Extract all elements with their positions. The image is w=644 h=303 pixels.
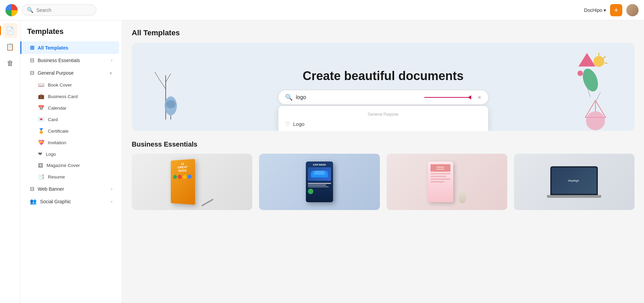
resume-label: Resume — [48, 174, 65, 179]
logo-label: Logo — [46, 152, 56, 157]
svg-line-3 — [155, 72, 159, 79]
chevron-right-icon: › — [111, 58, 112, 63]
search-icon: 🔍 — [27, 7, 34, 13]
chevron-down-icon: ∨ — [109, 71, 112, 75]
brand-label: DocHipo — [584, 7, 602, 13]
template-card-flyer[interactable]: CAR WASH — [259, 154, 380, 210]
main-content: All Templates Create bea — [122, 20, 644, 303]
sidebar-item-magazine-cover[interactable]: 🖼 Magazine Cover — [23, 160, 119, 171]
sidebar-item-calendar[interactable]: 📅 Calendar — [23, 102, 119, 114]
svg-line-18 — [595, 92, 601, 102]
social-graphic-chevron: › — [111, 199, 112, 204]
create-new-button[interactable]: + — [610, 4, 622, 16]
left-decoration — [152, 62, 193, 124]
svg-point-13 — [577, 71, 583, 76]
left-sidebar: Templates ⊞ All Templates ⊟ Business Ess… — [20, 20, 122, 303]
right-decoration — [546, 50, 614, 131]
sidebar-item-resume[interactable]: 📑 Resume — [23, 171, 119, 183]
magazine-cover-icon: 🖼 — [38, 163, 43, 168]
sidebar-item-all-templates[interactable]: ⊞ All Templates — [20, 41, 119, 54]
section-title-business-essentials: Business Essentials — [132, 140, 634, 148]
sidebar-item-invitation[interactable]: 💝 Invitation — [23, 137, 119, 148]
card-icon: 💌 — [38, 116, 44, 122]
book-cover-icon: 📖 — [38, 82, 44, 88]
business-essentials-icon: ⊟ — [30, 57, 34, 63]
templates-grid-business-essentials: 12GREATBOSS Infographic — [132, 154, 634, 210]
pages-icon: 📋 — [6, 43, 14, 51]
avatar[interactable] — [626, 4, 639, 16]
all-templates-label: All Templates — [38, 45, 68, 51]
invitation-label: Invitation — [48, 140, 66, 145]
main-layout: 📄 📋 🗑 Templates ⊞ All Templates ⊟ Busine… — [0, 20, 644, 303]
svg-point-12 — [580, 67, 601, 93]
web-banner-label: Web Banner — [38, 186, 64, 192]
business-card-label: Business Card — [48, 94, 78, 99]
template-card-infographic[interactable]: 12GREATBOSS Infographic — [132, 154, 252, 210]
infographic-thumbnail: 12GREATBOSS — [132, 154, 252, 210]
template-card-presentation[interactable]: SkyHigh Presentation — [514, 154, 634, 210]
dropdown-category: General Purpose — [278, 110, 488, 118]
svg-point-4 — [165, 96, 177, 115]
certificate-label: Certificate — [48, 129, 69, 134]
certificate-icon: 🏅 — [38, 128, 44, 134]
calendar-icon: 📅 — [38, 105, 44, 111]
invitation-icon: 💝 — [38, 139, 44, 146]
sidebar-item-book-cover[interactable]: 📖 Book Cover — [23, 79, 119, 91]
document-icon: 📄 — [6, 26, 14, 35]
app-logo[interactable] — [5, 4, 18, 16]
sidebar-icon-pages[interactable]: 📋 — [3, 39, 18, 54]
flyer-thumbnail: CAR WASH — [259, 154, 380, 210]
card-label: Card — [48, 117, 58, 122]
web-banner-icon: ⊟ — [30, 186, 34, 192]
social-graphic-label: Social Graphic — [40, 199, 71, 204]
hero-title: Create beautiful documents — [278, 69, 489, 83]
search-input[interactable] — [36, 7, 91, 13]
sidebar-item-certificate[interactable]: 🏅 Certificate — [23, 125, 119, 137]
dropdown-logo-item[interactable]: ♡ Logo — [278, 118, 488, 130]
brand-menu[interactable]: DocHipo ▾ — [584, 7, 606, 13]
svg-marker-14 — [585, 100, 606, 117]
sidebar-item-business-card[interactable]: 💼 Business Card — [23, 91, 119, 102]
heart-icon: ♡ — [285, 121, 290, 127]
social-graphic-icon: 👥 — [30, 198, 37, 205]
logo-icon: ❤ — [38, 151, 42, 157]
all-templates-icon: ⊞ — [30, 44, 34, 51]
icon-sidebar: 📄 📋 🗑 — [0, 20, 20, 303]
sidebar-icon-trash[interactable]: 🗑 — [3, 56, 18, 71]
sidebar-item-business-essentials[interactable]: ⊟ Business Essentials › — [23, 54, 119, 67]
sidebar-title: Templates — [20, 27, 122, 41]
calendar-label: Calendar — [48, 106, 67, 111]
avatar-image — [626, 4, 639, 16]
sidebar-item-general-purpose[interactable]: ⊟ General Purpose ∨ — [23, 67, 119, 79]
business-essentials-label: Business Essentials — [38, 58, 80, 63]
sidebar-item-web-banner[interactable]: ⊟ Web Banner › — [23, 183, 119, 195]
svg-line-17 — [587, 87, 590, 97]
general-purpose-label: General Purpose — [38, 70, 74, 76]
global-search-box[interactable]: 🔍 — [22, 4, 96, 16]
sidebar-item-social-graphic[interactable]: 👥 Social Graphic › — [23, 195, 119, 208]
sidebar-icon-document[interactable]: 📄 — [3, 23, 18, 38]
hero-banner: Create beautiful documents 🔍 × General P… — [132, 43, 634, 131]
svg-point-5 — [166, 100, 176, 108]
search-dropdown: General Purpose ♡ Logo — [278, 106, 488, 131]
resume-icon: 📑 — [38, 174, 44, 180]
search-clear-button[interactable]: × — [478, 94, 481, 101]
hero-content: Create beautiful documents 🔍 × General P… — [278, 69, 489, 105]
page-title: All Templates — [132, 29, 634, 37]
template-card-poster[interactable]: makeupcourses Poster — [387, 154, 507, 210]
svg-point-8 — [593, 56, 604, 67]
general-purpose-icon: ⊟ — [30, 70, 34, 76]
poster-thumbnail: makeupcourses — [387, 154, 507, 210]
hero-search-input[interactable] — [296, 94, 474, 100]
sidebar-item-logo[interactable]: ❤ Logo — [23, 148, 119, 160]
sidebar-item-card[interactable]: 💌 Card — [23, 114, 119, 125]
svg-point-15 — [586, 111, 605, 130]
nav-right-section: DocHipo ▾ + — [584, 4, 639, 16]
plus-icon: + — [614, 6, 619, 15]
svg-marker-7 — [578, 53, 595, 67]
hero-search-container: 🔍 × General Purpose ♡ Logo — [278, 90, 489, 105]
svg-line-2 — [166, 74, 171, 82]
magazine-cover-label: Magazine Cover — [47, 163, 80, 168]
top-navigation: 🔍 DocHipo ▾ + — [0, 0, 644, 20]
book-cover-label: Book Cover — [48, 82, 72, 88]
